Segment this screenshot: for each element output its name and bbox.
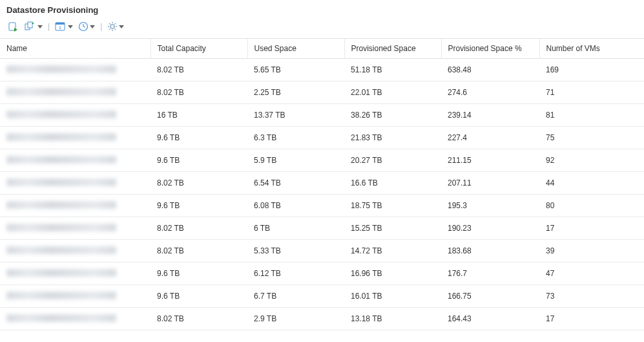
cell-provisioned-space: 20.27 TB	[344, 149, 441, 172]
redacted-name	[6, 269, 116, 277]
svg-line-19	[109, 23, 110, 25]
cell-num-vms: 17	[539, 217, 644, 240]
cell-name	[0, 217, 151, 240]
cell-provisioned-space: 16.6 TB	[344, 172, 441, 195]
cell-total-capacity: 8.02 TB	[151, 240, 247, 262]
cell-used-space: 6 TB	[247, 217, 344, 240]
col-header-num-vms[interactable]: Number of VMs	[539, 39, 644, 59]
cell-used-space: 6.54 TB	[247, 172, 344, 195]
col-header-total-capacity[interactable]: Total Capacity	[151, 39, 247, 59]
col-header-provisioned-pct[interactable]: Provisioned Space %	[441, 39, 539, 59]
cell-num-vms: 73	[539, 285, 644, 308]
cell-used-space: 5.33 TB	[247, 240, 344, 262]
cell-num-vms: 44	[539, 172, 644, 195]
table-row[interactable]: 9.6 TB6.12 TB16.96 TB176.747	[0, 262, 644, 285]
cell-total-capacity: 9.6 TB	[151, 127, 247, 149]
cell-num-vms: 17	[539, 308, 644, 330]
table-row[interactable]: 8.02 TB5.33 TB14.72 TB183.6839	[0, 240, 644, 262]
cell-num-vms: 71	[539, 81, 644, 104]
cell-provisioned-space: 51.18 TB	[344, 59, 441, 81]
cell-provisioned-space: 13.18 TB	[344, 308, 441, 330]
cell-provisioned-space: 18.75 TB	[344, 195, 441, 217]
redacted-name	[6, 88, 116, 96]
redacted-name	[6, 65, 116, 73]
schedule-button[interactable]: 1	[54, 20, 74, 33]
cell-num-vms: 47	[539, 262, 644, 285]
cell-provisioned-space: 16.01 TB	[344, 285, 441, 308]
cell-name	[0, 240, 151, 262]
svg-marker-13	[90, 25, 95, 28]
table-row[interactable]: 9.6 TB6.3 TB21.83 TB227.475	[0, 127, 644, 149]
redacted-name	[6, 224, 116, 231]
table-row[interactable]: 8.02 TB5.65 TB51.18 TB638.48169	[0, 59, 644, 81]
reports-button[interactable]	[23, 20, 44, 33]
redacted-name	[6, 292, 116, 299]
cell-num-vms: 80	[539, 195, 644, 217]
export-button[interactable]	[6, 20, 21, 33]
cell-name	[0, 172, 151, 195]
cell-provisioned-pct: 176.7	[441, 262, 539, 285]
table-row[interactable]: 8.02 TB2.9 TB13.18 TB164.4317	[0, 308, 644, 330]
cell-total-capacity: 9.6 TB	[151, 262, 247, 285]
toolbar-separator: |	[99, 22, 103, 31]
cell-used-space: 6.12 TB	[247, 262, 344, 285]
table-row[interactable]: 16 TB13.37 TB38.26 TB239.1481	[0, 104, 644, 127]
cell-used-space: 6.7 TB	[247, 285, 344, 308]
redacted-name	[6, 178, 116, 186]
redacted-name	[6, 314, 116, 322]
cell-num-vms: 75	[539, 127, 644, 149]
chevron-down-icon	[37, 24, 43, 29]
cell-provisioned-pct: 195.3	[441, 195, 539, 217]
redacted-name	[6, 111, 116, 118]
cell-num-vms: 39	[539, 240, 644, 262]
table-row[interactable]: 8.02 TB6.54 TB16.6 TB207.1144	[0, 172, 644, 195]
table-row[interactable]: 8.02 TB6 TB15.25 TB190.2317	[0, 217, 644, 240]
history-button[interactable]	[77, 20, 96, 33]
calendar-icon: 1	[55, 21, 67, 32]
toolbar: | 1 |	[0, 19, 644, 38]
table-row[interactable]: 8.02 TB2.25 TB22.01 TB274.671	[0, 81, 644, 104]
cell-provisioned-pct: 211.15	[441, 149, 539, 172]
cell-provisioned-pct: 183.68	[441, 240, 539, 262]
cell-total-capacity: 9.6 TB	[151, 149, 247, 172]
settings-button[interactable]	[106, 20, 125, 33]
cell-provisioned-space: 15.25 TB	[344, 217, 441, 240]
cell-name	[0, 104, 151, 127]
table-row[interactable]: 9.6 TB6.08 TB18.75 TB195.380	[0, 195, 644, 217]
svg-marker-9	[68, 25, 73, 28]
svg-marker-23	[119, 25, 124, 28]
cell-used-space: 5.65 TB	[247, 59, 344, 81]
cell-total-capacity: 8.02 TB	[151, 172, 247, 195]
svg-point-14	[110, 25, 114, 28]
cell-total-capacity: 16 TB	[151, 104, 247, 127]
cell-total-capacity: 8.02 TB	[151, 59, 247, 81]
cell-num-vms: 169	[539, 59, 644, 81]
cell-name	[0, 262, 151, 285]
cell-name	[0, 149, 151, 172]
cell-total-capacity: 8.02 TB	[151, 308, 247, 330]
table-row[interactable]: 9.6 TB5.9 TB20.27 TB211.1592	[0, 149, 644, 172]
col-header-name[interactable]: Name	[0, 39, 151, 59]
table-row[interactable]: 9.6 TB6.7 TB16.01 TB166.7573	[0, 285, 644, 308]
svg-marker-5	[37, 25, 43, 28]
chevron-down-icon	[68, 24, 73, 29]
cell-provisioned-space: 16.96 TB	[344, 262, 441, 285]
page-title: Datastore Provisioning	[0, 0, 644, 19]
col-header-provisioned-space[interactable]: Provisioned Space	[344, 39, 441, 59]
cell-used-space: 6.08 TB	[247, 195, 344, 217]
gear-icon	[107, 21, 118, 32]
col-header-used-space[interactable]: Used Space	[247, 39, 344, 59]
cell-total-capacity: 8.02 TB	[151, 81, 247, 104]
cell-used-space: 5.9 TB	[247, 149, 344, 172]
cell-provisioned-space: 22.01 TB	[344, 81, 441, 104]
cell-total-capacity: 8.02 TB	[151, 217, 247, 240]
toolbar-separator: |	[47, 22, 51, 31]
cell-name	[0, 81, 151, 104]
cell-provisioned-pct: 166.75	[441, 285, 539, 308]
cell-used-space: 2.9 TB	[247, 308, 344, 330]
cell-provisioned-pct: 239.14	[441, 104, 539, 127]
svg-marker-4	[32, 22, 34, 24]
cell-name	[0, 127, 151, 149]
cell-provisioned-pct: 274.6	[441, 81, 539, 104]
svg-text:1: 1	[59, 25, 62, 30]
